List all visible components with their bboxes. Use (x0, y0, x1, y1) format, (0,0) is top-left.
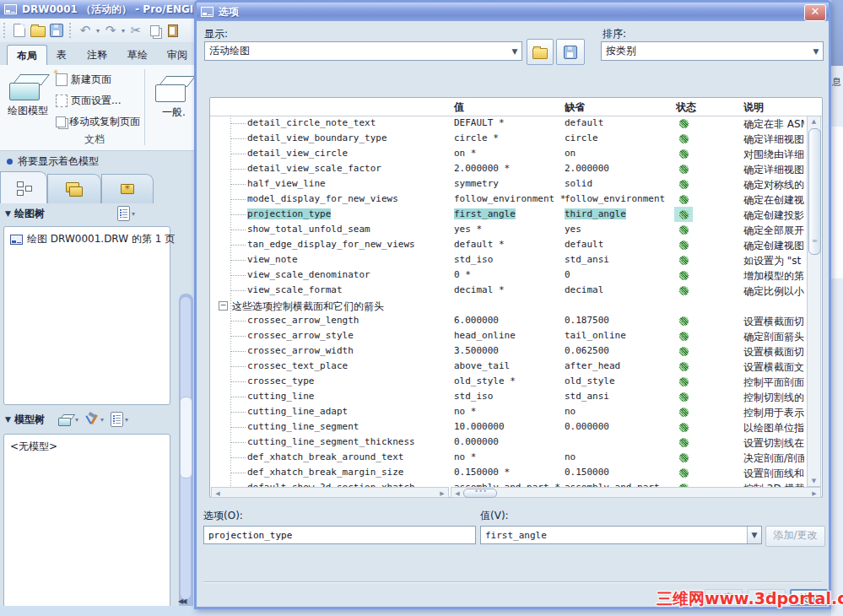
tree-connector (230, 336, 246, 337)
horizontal-scrollbar-right-pane[interactable]: ◀ ▶ (451, 487, 821, 498)
sort-combobox[interactable]: 按类别 ▼ (601, 41, 824, 61)
save-button[interactable] (47, 21, 66, 40)
close-icon[interactable]: ✕ (804, 4, 826, 21)
option-row[interactable]: detail_view_circleon *on对围绕由详细 (210, 146, 805, 161)
page-setup-button[interactable]: 页面设置... (56, 91, 121, 110)
save-config-button[interactable] (556, 39, 585, 65)
option-row[interactable]: cutting_linestd_isostd_ansi控制切割线的 (210, 389, 805, 404)
new-file-button[interactable] (10, 21, 29, 40)
tree-connector (230, 245, 246, 246)
drawing-tree-settings-button[interactable]: ▾ (117, 206, 137, 221)
ribbon-separator (144, 69, 145, 145)
model-tree-tools-button[interactable]: ▾ (85, 413, 105, 426)
navigator-tab-favorites[interactable] (101, 174, 154, 203)
navigator-sash[interactable] (179, 294, 193, 606)
option-row[interactable]: projection_typefirst_anglethird_angle确定创… (210, 207, 805, 222)
option-row[interactable]: view_scale_formatdecimal *decimal确定比例以小 (210, 283, 805, 298)
collapse-panel-icon[interactable]: ▼ (5, 415, 11, 424)
column-description[interactable]: 说明 (743, 100, 764, 115)
collapse-navigator-button[interactable]: ◀◀ (178, 597, 185, 605)
scroll-left-icon[interactable]: ◀ (454, 490, 461, 497)
undo-button[interactable]: ↶ (76, 21, 95, 40)
list-settings-icon (111, 412, 123, 427)
new-sheet-button[interactable]: 新建页面 (56, 70, 111, 89)
option-row[interactable]: crossec_typeold_style *old_style控制平面剖面 (210, 374, 805, 389)
option-row[interactable]: detail_circle_note_textDEFAULT *default确… (210, 116, 805, 131)
option-row[interactable]: crossec_arrow_width3.5000000.062500设置横截面… (210, 343, 805, 359)
option-row[interactable]: cutting_line_adaptno *no控制用于表示 (210, 404, 805, 419)
horizontal-scrollbar-left-pane[interactable]: ◀ ▶ (211, 487, 449, 498)
option-description: 确定在创建视 (743, 193, 804, 208)
vertical-scroll-thumb[interactable] (808, 128, 821, 255)
redo-dropdown[interactable]: ▾ (120, 27, 127, 35)
tab-sketch[interactable]: 草绘 (120, 45, 155, 65)
drawing-tree-item[interactable]: 绘图 DRW0001.DRW 的第 1 页 (4, 227, 170, 246)
copy-button[interactable] (145, 21, 164, 40)
collapse-group-icon[interactable]: − (219, 301, 228, 311)
general-view-button[interactable]: 一般. (152, 73, 196, 120)
option-row[interactable]: detail_view_boundary_typecircle *circle确… (210, 131, 805, 146)
tab-review[interactable]: 审阅 (160, 45, 194, 65)
chevron-down-icon[interactable]: ▼ (508, 47, 521, 56)
drawing-models-button[interactable]: 绘图模型 (4, 72, 51, 118)
open-config-button[interactable] (527, 39, 554, 65)
status-set-icon (679, 119, 689, 128)
option-row[interactable]: view_scale_denominator0 *0增加模型的第 (210, 267, 805, 283)
option-row[interactable]: detail_view_scale_factor2.000000 *2.0000… (210, 161, 805, 176)
scroll-right-icon[interactable]: ▶ (811, 490, 818, 497)
column-status[interactable]: 状态 (676, 100, 696, 115)
sash-handle[interactable] (180, 397, 192, 478)
collapse-panel-icon[interactable]: ▼ (5, 209, 11, 218)
dialog-titlebar[interactable]: 选项 (197, 3, 829, 21)
option-row[interactable]: show_total_unfold_seamyes *yes确定全部展开 (210, 222, 805, 237)
move-copy-sheet-button[interactable]: 移动或复制页面 (56, 112, 140, 131)
scroll-right-icon[interactable]: ▶ (439, 490, 446, 497)
option-row[interactable]: tan_edge_display_for_new_viewsdefault *d… (210, 237, 805, 252)
vertical-scrollbar[interactable]: ▲ ▼ (807, 116, 821, 487)
toolbar-grip[interactable] (69, 23, 73, 38)
main-window-right-sliver: 息 (831, 0, 843, 616)
value-combobox[interactable]: first_angle ▼ (480, 526, 762, 544)
chevron-down-icon[interactable]: ▼ (747, 527, 761, 543)
column-default[interactable]: 缺省 (565, 100, 585, 115)
scroll-up-icon[interactable]: ▲ (808, 118, 820, 125)
option-row[interactable]: cutting_line_segment_thickness0.000000设置… (210, 435, 805, 450)
column-value[interactable]: 值 (454, 100, 464, 115)
navigator-tab-folder-browser[interactable] (47, 174, 101, 203)
option-row[interactable]: cutting_line_segment10.0000000.000000以绘图… (210, 419, 805, 435)
display-combobox[interactable]: 活动绘图 ▼ (204, 41, 522, 61)
status-set-icon (679, 332, 689, 341)
option-row[interactable]: crossec_arrow_stylehead_onlinetail_onlin… (210, 328, 805, 343)
scroll-down-icon[interactable]: ▼ (808, 478, 820, 484)
option-row[interactable]: crossec_text_placeabove_tailafter_head设置… (210, 359, 805, 374)
option-default: decimal (565, 284, 603, 295)
option-row[interactable]: def_xhatch_break_margin_size0.150000 *0.… (210, 465, 805, 480)
horizontal-scroll-thumb[interactable] (463, 489, 497, 498)
tab-layout[interactable]: 布局 (7, 45, 47, 66)
option-group-row[interactable]: −这些选项控制横截面和它们的箭头 (210, 298, 805, 313)
model-tree-settings-button[interactable]: ▾ (111, 412, 130, 427)
navigator-tab-model-tree[interactable] (0, 171, 47, 203)
chevron-down-icon[interactable]: ▼ (809, 47, 823, 56)
status-set-icon (679, 195, 689, 204)
cut-button[interactable]: ✂ (127, 21, 145, 40)
tab-table[interactable]: 表 (49, 45, 74, 65)
option-row[interactable]: view_notestd_isostd_ansi如设置为 "st (210, 252, 805, 267)
open-file-button[interactable] (29, 21, 47, 40)
option-row[interactable]: crossec_arrow_length6.0000000.187500设置横截… (210, 313, 805, 328)
toolbar-grip[interactable] (3, 23, 7, 38)
status-set-icon (679, 256, 689, 265)
option-row[interactable]: model_display_for_new_viewsfollow_enviro… (210, 192, 805, 207)
tab-annotate[interactable]: 注释 (79, 45, 115, 65)
scroll-left-icon[interactable]: ◀ (214, 490, 221, 497)
model-tree-show-button[interactable]: ▾ (58, 413, 80, 426)
redo-button[interactable]: ↷ (101, 21, 120, 40)
option-input[interactable] (203, 526, 476, 544)
add-change-button[interactable]: 添加/更改 (765, 526, 825, 547)
option-row[interactable]: default_show_2d_section_xhatchassembly_a… (210, 480, 805, 487)
option-row[interactable]: half_view_linesymmetrysolid确定对称线的 (210, 176, 805, 192)
undo-dropdown[interactable]: ▾ (95, 27, 101, 35)
paste-button[interactable] (164, 21, 182, 40)
option-row[interactable]: def_xhatch_break_around_textno *no决定剖面/剖… (210, 450, 805, 465)
option-value: head_online (454, 330, 516, 341)
